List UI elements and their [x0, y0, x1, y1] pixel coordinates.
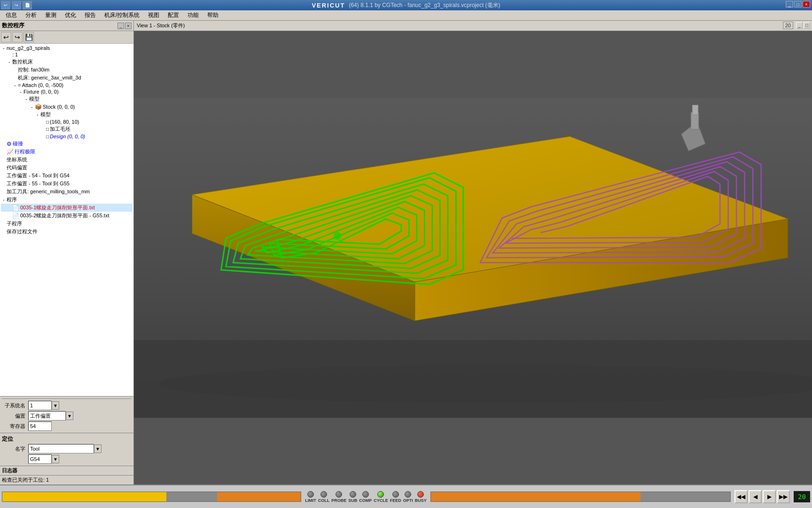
menu-bar: 信息 分析 量测 优化 报告 机床/控制系统 视图 配置 功能 帮助 [0, 10, 812, 21]
undo-toolbar-button[interactable]: ↩ [1, 32, 11, 42]
window-toolbar[interactable]: ↩ ↪ 📄 [1, 1, 32, 9]
tree-item-collision[interactable]: ⚙ 碰撞 [1, 140, 133, 148]
panel-close-button[interactable]: × [125, 23, 132, 29]
view-controls[interactable]: _ □ [796, 22, 810, 29]
tree-item-tools[interactable]: 加工刀具: generic_milling_tools_mm [1, 188, 133, 196]
coll-indicator: COLL [318, 491, 330, 503]
tree-item-programs[interactable]: - 程序 [1, 196, 133, 204]
view-title: View 1 - Stock (零件) [137, 22, 185, 29]
status-bar: LIMIT COLL PROBE SUB COMP CYCLE FEED OP [0, 484, 812, 508]
register-row: 寄存器 [2, 421, 132, 431]
app-version: (64) 8.1.1 by CGTech - fanuc_g2_g3_spira… [349, 1, 500, 9]
comp-indicator: COMP [359, 491, 372, 503]
tree-item-work-offset-54[interactable]: 工作偏置 - 54 - Tool 到 G54 [1, 172, 133, 180]
window-controls[interactable]: _ □ × [786, 1, 810, 8]
time-display: 20 [794, 491, 810, 502]
close-button[interactable]: × [803, 1, 810, 8]
tree-item-raw[interactable]: □ 加工毛坯 [1, 125, 133, 133]
name-value[interactable]: Tool [28, 444, 94, 453]
offset-dropdown[interactable]: ▼ [66, 412, 73, 420]
opti-indicator: OPTI [403, 491, 413, 503]
menu-measure[interactable]: 量测 [41, 10, 60, 20]
tree-item-control[interactable]: 控制: fan30im [1, 66, 133, 74]
position-area: 定位 名字 Tool ▼ G54 ▼ [0, 433, 133, 466]
tree-item-work-offset-55[interactable]: 工作偏置 - 55 - Tool 到 G55 [1, 180, 133, 188]
tree-item-cnc-machine[interactable]: - 数控机床 [1, 58, 133, 66]
menu-config[interactable]: 配置 [164, 10, 183, 20]
panel-controls[interactable]: _ × [117, 23, 132, 29]
tree-item-model1[interactable]: - 模型 [1, 95, 133, 103]
subsystem-input[interactable] [28, 401, 52, 410]
cycle-led [377, 491, 384, 498]
opti-label: OPTI [403, 498, 413, 503]
progress-bar2-container [430, 492, 731, 502]
subsystem-label: 子系统名 [2, 402, 25, 409]
progress-bar-container [2, 492, 301, 502]
tree-item-num[interactable]: : 1 [1, 51, 133, 58]
offset-value[interactable]: 工作偏置 [28, 411, 66, 421]
tree-item-model2[interactable]: - 模型 [1, 111, 133, 119]
tree-item-machine[interactable]: 机床: generic_3ax_vmill_3d [1, 74, 133, 82]
feed-label: FEED [390, 498, 401, 503]
redo-button[interactable]: ↪ [12, 1, 21, 9]
menu-report[interactable]: 报告 [81, 10, 100, 20]
comp-led [362, 491, 369, 498]
title-bar: ↩ ↪ 📄 VERICUT (64) 8.1.1 by CGTech - fan… [0, 0, 812, 10]
tree-item-project[interactable]: - nuc_g2_g3_spirals [1, 45, 133, 51]
menu-help[interactable]: 帮助 [203, 10, 222, 20]
nav-prev-button[interactable]: ◀ [749, 490, 762, 503]
3d-viewport[interactable] [134, 31, 812, 484]
view-maximize-button[interactable]: □ [804, 22, 810, 29]
tree-item-attach[interactable]: - = Attach (0, 0, -500) [1, 82, 133, 88]
coord-value[interactable]: G54 [28, 454, 52, 464]
register-input[interactable] [28, 421, 52, 431]
busy-label: BUSY [415, 498, 427, 503]
tree-item-dims[interactable]: □ (160, 80, 10) [1, 119, 133, 125]
tree-item-design[interactable]: □ Design (0, 0, 0) [1, 133, 133, 140]
menu-function[interactable]: 功能 [184, 10, 203, 20]
menu-machine[interactable]: 机床/控制系统 [101, 10, 143, 20]
main-layout: 数控程序 _ × ↩ ↪ 💾 - nuc_g2_g3_spirals : 1 [0, 21, 812, 484]
panel-title: 数控程序 [2, 22, 24, 30]
nav-play-button[interactable]: ▶ [763, 490, 776, 503]
tree-item-fixture[interactable]: - Fixture (0, 0, 0) [1, 88, 133, 95]
tree-item-code-offset[interactable]: 代码偏置 [1, 164, 133, 172]
offset-label: 偏置 [2, 413, 25, 420]
name-label: 名字 [2, 445, 25, 452]
tree-item-coord[interactable]: 坐标系统 [1, 156, 133, 164]
limit-label: LIMIT [305, 498, 316, 503]
undo-button[interactable]: ↩ [1, 1, 10, 9]
comp-label: COMP [359, 498, 372, 503]
name-dropdown[interactable]: ▼ [94, 444, 102, 453]
tree-item-prog2[interactable]: 📄 0035-2螺旋走刀抹削矩形平面 - G55.txt [1, 212, 133, 220]
sub-label: SUB [348, 498, 357, 503]
subsystem-dropdown[interactable]: ▼ [52, 401, 59, 410]
panel-minimize-button[interactable]: _ [117, 23, 124, 29]
panel-toolbar: ↩ ↪ 💾 [0, 31, 133, 44]
file-tree[interactable]: - nuc_g2_g3_spirals : 1 - 数控机床 控制: fan30… [0, 44, 133, 396]
nav-fast-button[interactable]: ▶▶ [777, 490, 790, 503]
corner-size: 20 [783, 22, 793, 29]
new-button[interactable]: 📄 [23, 1, 32, 9]
limit-led [307, 491, 314, 498]
tree-item-subprog[interactable]: 子程序 [1, 220, 133, 228]
tree-item-prog1[interactable]: 📄 0035-1螺旋走刀抹削矩形平面.txt [1, 204, 133, 212]
menu-view[interactable]: 视图 [144, 10, 163, 20]
minimize-button[interactable]: _ [786, 1, 793, 8]
maximize-button[interactable]: □ [794, 1, 802, 8]
progress-bar-yellow [2, 492, 166, 501]
tree-item-save-process[interactable]: 保存过程文件 [1, 228, 133, 236]
menu-optimize[interactable]: 优化 [61, 10, 80, 20]
coord-dropdown[interactable]: ▼ [52, 455, 59, 463]
tree-item-travel[interactable]: 📈 行程极限 [1, 148, 133, 156]
status-bottom: 检查已关闭于工位: 1 [0, 475, 133, 484]
save-toolbar-button[interactable]: 💾 [23, 32, 34, 42]
nav-rewind-button[interactable]: ◀◀ [734, 490, 748, 503]
nav-buttons[interactable]: ◀◀ ◀ ▶ ▶▶ [733, 490, 792, 503]
menu-analyze[interactable]: 分析 [22, 10, 40, 20]
tree-item-stock[interactable]: - 📦 Stock (0, 0, 0) [1, 103, 133, 111]
menu-info[interactable]: 信息 [2, 10, 21, 20]
feed-led [392, 491, 399, 498]
redo-toolbar-button[interactable]: ↪ [12, 32, 23, 42]
view-minimize-button[interactable]: _ [796, 22, 803, 29]
